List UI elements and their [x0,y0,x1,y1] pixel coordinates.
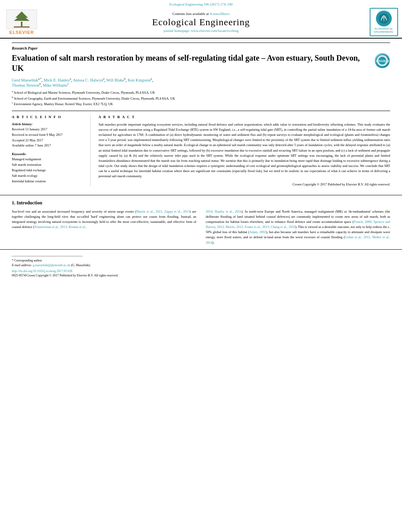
journal-title-center: Contents lists available at ScienceDirec… [39,12,363,33]
elsevier-logo: ELSEVIER [4,9,39,35]
section-number: 1. [12,200,15,206]
affiliations: a School of Biological and Marine Scienc… [12,89,390,107]
email-note: E-mail address: g.masselink@plymouth.ac.… [12,263,390,267]
introduction-right-text: 2014; Hanley et al., 2014). In north-wes… [206,209,390,245]
elsevier-wordmark: ELSEVIER [9,30,34,35]
footer-divider [12,256,83,256]
introduction-right: 2014; Hanley et al., 2014). In north-wes… [206,209,390,245]
citation-text: Ecological Engineering 106 (2017) 174–19… [169,2,233,6]
affiliation-c: c Environment Agency, Manley House, Kest… [12,101,390,107]
introduction-section: 1. Introduction Sea-level rise and an as… [0,200,402,245]
affiliation-b: b School of Geography, Earth and Environ… [12,95,390,101]
abstract-column: A B S T R A C T Salt marshes provide imp… [99,115,390,186]
keyword-4: Salt marsh ecology [12,174,86,178]
journal-header: Ecological Engineering 106 (2017) 174–19… [0,0,402,39]
copyright-line: Crown Copyright © 2017 Published by Else… [99,182,390,186]
article-title-row: Evaluation of salt marsh restoration by … [12,53,390,73]
introduction-left: Sea-level rise and an associated increas… [12,209,196,245]
doi-line: http://dx.doi.org/10.1016/j.ecoleng.2017… [12,269,390,273]
footer-copyright: 0925-8574/Crown Copyright © 2017 Publish… [12,274,390,277]
article-info-abstract-section: A R T I C L E I N F O Article history: R… [12,111,390,186]
journal-banner: ELSEVIER Contents lists available at Sci… [4,8,398,36]
revised-date: Received in revised form 9 May 2017 [12,133,86,137]
introduction-columns: Sea-level rise and an associated increas… [12,209,390,245]
keyword-3: Regulated tidal exchange [12,168,86,173]
keyword-2: Salt marsh restoration [12,163,86,167]
svg-rect-0 [21,22,22,27]
history-title: Article history: [12,122,86,126]
keywords-section: Keywords: Managed realignment Salt marsh… [12,152,86,184]
article-type-label: Research Paper [12,43,390,50]
authors-line: Gerd Masselinka,*, Mick E. Hanleya, Anis… [12,77,390,87]
journal-homepage: journal homepage: www.elsevier.com/locat… [39,29,363,33]
affiliation-a: a School of Biological and Marine Scienc… [12,89,390,95]
article-history: Article history: Received 13 January 201… [12,122,86,148]
svg-rect-3 [14,26,30,28]
article-info-column: A R T I C L E I N F O Article history: R… [12,115,91,186]
crossmark-image: CrossMark [375,53,390,68]
svg-text:CrossMark: CrossMark [376,59,389,63]
keyword-1: Managed realignment [12,157,86,162]
journal-citation: Ecological Engineering 106 (2017) 174–19… [4,2,398,6]
article-footer: * Corresponding author. E-mail address: … [0,249,402,280]
eco-logo-text: ECOLOGICAL ENGINEERING [372,28,396,34]
content-divider [0,195,402,195]
article-content: Research Paper Evaluation of salt marsh … [0,39,402,190]
section-title: Introduction [17,200,42,206]
available-online-date: Available online 7 June 2017 [12,143,86,148]
eco-logo-circle [376,11,392,26]
article-title: Evaluation of salt marsh restoration by … [12,53,370,73]
keyword-5: Intertidal habitat creation [12,179,86,184]
abstract-text: Salt marshes provide important regulatin… [99,122,390,179]
accepted-date: Accepted 22 May 2017 [12,138,86,143]
keywords-title: Keywords: [12,152,86,156]
introduction-heading: 1. Introduction [12,200,390,206]
abstract-label: A B S T R A C T [99,115,390,119]
article-info-label: A R T I C L E I N F O [12,115,86,119]
journal-logo-right: ECOLOGICAL ENGINEERING [363,8,398,36]
introduction-left-text: Sea-level rise and an associated increas… [12,209,196,230]
crossmark-badge[interactable]: CrossMark [374,53,390,69]
corresponding-author-note: * Corresponding author. [12,259,390,262]
author-email[interactable]: g.masselink@plymouth.ac.uk [33,263,70,267]
contents-available: Contents lists available at ScienceDirec… [39,12,363,16]
received-date: Received 13 January 2017 [12,127,86,132]
journal-title: Ecological Engineering [39,17,363,28]
doi-link[interactable]: http://dx.doi.org/10.1016/j.ecoleng.2017… [12,269,72,273]
elsevier-tree-image [6,9,37,29]
eco-engineering-logo: ECOLOGICAL ENGINEERING [370,8,398,36]
